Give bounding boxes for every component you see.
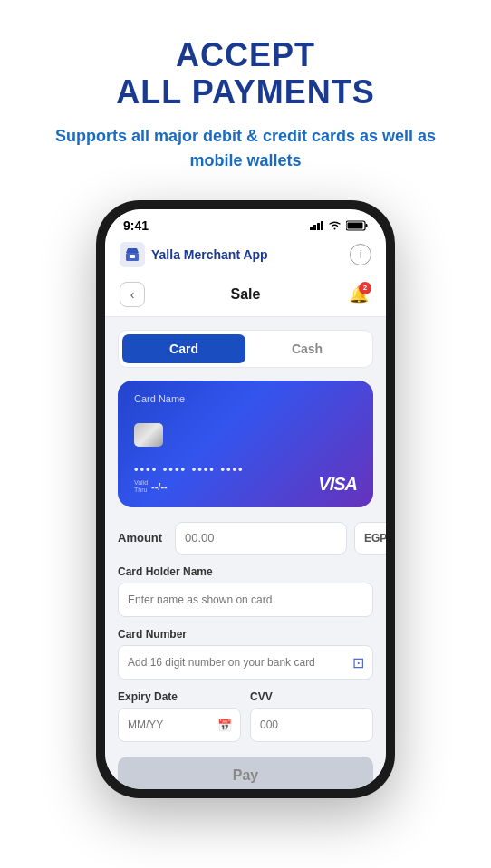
amount-input[interactable] [175,522,347,555]
payment-tabs: Card Cash [118,330,373,368]
notification-button[interactable]: 🔔 2 [346,282,371,307]
cvv-group: CVV [250,690,373,742]
expiry-label: Expiry Date [118,690,241,703]
app-logo-icon [120,242,145,267]
card-number-label: Card Number [118,628,373,641]
back-button[interactable]: ‹ [120,282,145,307]
signal-icon [310,220,323,230]
pay-button[interactable]: Pay [118,757,373,789]
valid-thru-date: --/-- [151,481,168,492]
status-icons [310,220,368,231]
expiry-cvv-row: Expiry Date 📅 CVV [118,690,373,753]
status-bar: 9:41 [105,209,386,236]
headline: ACCEPT ALL PAYMENTS [36,36,455,111]
scan-card-icon[interactable]: ⊡ [352,653,364,670]
back-icon: ‹ [130,287,135,302]
card-number-group: Card Number ⊡ [118,628,373,680]
amount-row: Amount EGP [118,522,373,555]
svg-rect-0 [310,227,313,230]
card-number-input[interactable] [118,645,373,680]
subheadline: Supports all major debit & credit cards … [36,124,455,173]
svg-rect-3 [321,221,323,230]
nav-title: Sale [231,286,261,303]
calendar-icon[interactable]: 📅 [217,718,232,731]
expiry-group: Expiry Date 📅 [118,690,241,742]
app-name-label: Yalla Merchant App [151,247,268,262]
wifi-icon [328,220,342,230]
credit-card-visual: Card Name •••• •••• •••• •••• ValidThru … [118,381,373,507]
valid-thru-label: ValidThru [134,479,148,495]
cvv-label: CVV [250,690,373,703]
card-name-label: Card Name [134,393,357,404]
svg-rect-8 [130,255,135,258]
card-number-masked: •••• •••• •••• •••• [134,462,245,476]
notification-badge: 2 [359,282,371,294]
card-chip [134,423,163,447]
card-number-input-wrapper: ⊡ [118,645,373,680]
card-validity: ValidThru --/-- [134,479,245,495]
svg-rect-1 [313,225,316,230]
tab-cash[interactable]: Cash [246,334,369,363]
card-holder-group: Card Holder Name [118,565,373,617]
info-button[interactable]: i [350,244,371,265]
expiry-input-wrapper: 📅 [118,708,241,742]
cvv-input[interactable] [250,708,373,742]
svg-rect-6 [348,222,363,228]
card-holder-input[interactable] [118,583,373,617]
battery-icon [346,220,368,231]
svg-rect-2 [317,223,320,230]
phone-outer: 9:41 [96,200,395,798]
app-bar: Yalla Merchant App i [105,236,386,275]
content-area: Card Cash Card Name •••• •••• •••• •••• … [105,317,386,789]
currency-label: EGP [354,522,386,555]
status-time: 9:41 [123,218,149,233]
amount-label: Amount [118,531,168,545]
card-left-info: •••• •••• •••• •••• ValidThru --/-- [134,462,245,495]
card-holder-label: Card Holder Name [118,565,373,578]
phone-inner: 9:41 [105,209,386,789]
visa-logo: VISA [318,474,357,495]
phone-mockup: 9:41 [96,200,395,798]
header-section: ACCEPT ALL PAYMENTS Supports all major d… [0,0,491,191]
tab-card[interactable]: Card [122,334,246,363]
card-bottom: •••• •••• •••• •••• ValidThru --/-- VISA [134,462,357,495]
svg-rect-5 [366,224,368,227]
app-logo: Yalla Merchant App [120,242,268,267]
store-icon [125,247,140,262]
nav-bar: ‹ Sale 🔔 2 [105,275,386,317]
